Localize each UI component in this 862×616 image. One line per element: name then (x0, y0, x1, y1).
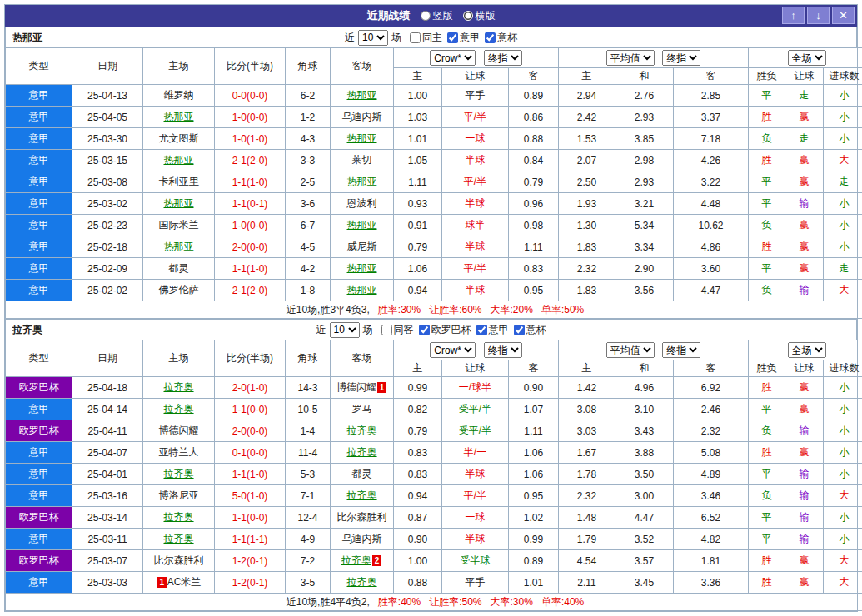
focus-team-link[interactable]: 热那亚 (347, 132, 377, 144)
focus-team-link[interactable]: 热那亚 (164, 197, 194, 209)
focus-team-link[interactable]: 拉齐奥 (164, 381, 194, 393)
corner-count: 4-9 (286, 529, 331, 550)
asian-handicap: 受平/半 (442, 420, 509, 442)
summary-prefix: 近10场,胜3平4负3, (287, 304, 370, 315)
asian-home-odds: 0.87 (394, 507, 442, 529)
filter-checkbox[interactable] (381, 325, 392, 335)
window-title: 近期战绩 (367, 8, 411, 23)
match-score: 1-2(0-1) (215, 572, 286, 594)
match-type: 欧罗巴杯 (6, 507, 72, 529)
match-date: 25-04-07 (72, 442, 143, 464)
away-team-cell: 拉齐奥 (331, 572, 394, 594)
corner-count: 6-2 (286, 85, 331, 107)
result-handicap: 赢 (785, 107, 824, 128)
focus-team-link[interactable]: 热那亚 (164, 154, 194, 166)
result-goals: 大 (824, 280, 862, 301)
match-date: 25-03-07 (72, 550, 143, 572)
match-score: 1-1(1-0) (215, 464, 286, 485)
subcol-asian-handicap: 让球 (442, 360, 509, 377)
focus-team-link[interactable]: 拉齐奥 (347, 576, 377, 588)
asian-source-select[interactable]: Crow* (430, 342, 476, 358)
move-down-button[interactable]: ↓ (807, 7, 830, 24)
corner-count: 3-3 (286, 150, 331, 171)
euro-home-odds: 2.50 (559, 171, 615, 193)
scope-select[interactable]: 全场 (788, 342, 826, 358)
corner-count: 3-6 (286, 193, 331, 215)
match-score: 0-1(0-0) (215, 442, 286, 464)
move-up-button[interactable]: ↑ (782, 7, 805, 24)
asian-away-odds: 0.99 (509, 529, 559, 550)
corner-count: 2-5 (286, 171, 331, 193)
filter-checkbox[interactable] (410, 32, 421, 43)
match-score: 1-0(1-0) (215, 128, 286, 150)
match-count-select[interactable]: 10 (358, 30, 388, 46)
euro-time-select[interactable]: 终指 (662, 50, 700, 66)
col-header-home: 主场 (143, 340, 215, 377)
filter-option-3[interactable]: 意杯 (485, 31, 517, 45)
away-team-cell: 乌迪内斯 (331, 107, 394, 128)
euro-source-select[interactable]: 平均值 (606, 342, 655, 358)
filter-option-3[interactable]: 意甲 (476, 323, 509, 337)
scope-select[interactable]: 全场 (788, 50, 826, 66)
focus-team-link[interactable]: 热那亚 (164, 241, 194, 252)
focus-team-link[interactable]: 热那亚 (347, 284, 377, 296)
focus-team-link[interactable]: 拉齐奥 (164, 511, 194, 523)
corner-count: 14-3 (286, 377, 331, 399)
filter-option-1[interactable]: 同主 (410, 31, 442, 45)
asian-time-select[interactable]: 终指 (484, 50, 522, 66)
match-row: 意甲25-04-14拉齐奥1-1(0-0)10-5罗马0.82受平/半1.073… (6, 399, 862, 420)
euro-source-select[interactable]: 平均值 (606, 50, 655, 66)
asian-source-select[interactable]: Crow* (430, 50, 476, 66)
euro-away-odds: 4.82 (674, 529, 749, 550)
focus-team-link[interactable]: 拉齐奥 (341, 554, 371, 566)
result-handicap: 输 (785, 193, 824, 215)
result-outcome: 平 (749, 85, 785, 107)
focus-team-link[interactable]: 拉齐奥 (164, 468, 194, 479)
focus-team-link[interactable]: 热那亚 (347, 219, 377, 231)
focus-team-link[interactable]: 拉齐奥 (347, 489, 377, 501)
team-name: 博德闪耀 (159, 425, 199, 436)
asian-home-odds: 0.99 (394, 377, 442, 399)
corner-count: 3-5 (286, 572, 331, 594)
match-count-select[interactable]: 10 (330, 322, 360, 338)
layout-option-vertical[interactable]: 竖版 (421, 9, 453, 23)
filter-option-2[interactable]: 意甲 (447, 31, 480, 45)
match-score: 1-1(1-1) (215, 529, 286, 550)
asian-away-odds: 0.98 (509, 215, 559, 236)
focus-team-link[interactable]: 拉齐奥 (164, 533, 194, 544)
focus-team-link[interactable]: 热那亚 (347, 176, 377, 187)
focus-team-link[interactable]: 热那亚 (164, 111, 194, 122)
filter-checkbox[interactable] (447, 32, 458, 43)
corner-count: 4-3 (286, 128, 331, 150)
result-outcome: 平 (749, 464, 785, 485)
close-button[interactable]: ✕ (832, 7, 855, 24)
result-goals: 小 (824, 107, 862, 128)
filter-option-4[interactable]: 意杯 (514, 323, 546, 337)
filter-checkbox[interactable] (476, 325, 487, 335)
result-handicap: 赢 (785, 399, 824, 420)
focus-team-link[interactable]: 拉齐奥 (347, 425, 377, 436)
filter-option-1[interactable]: 同客 (381, 323, 414, 337)
filter-option-2[interactable]: 欧罗巴杯 (419, 323, 471, 337)
focus-team-link[interactable]: 热那亚 (347, 89, 377, 101)
filter-group: 同主意甲意杯 (405, 31, 517, 45)
col-header-corner: 角球 (286, 340, 331, 377)
filter-checkbox[interactable] (514, 325, 525, 335)
filter-label: 欧罗巴杯 (431, 323, 471, 337)
euro-draw-odds: 3.43 (615, 420, 674, 442)
horizontal-layout-radio[interactable] (463, 11, 473, 21)
filter-checkbox[interactable] (485, 32, 496, 43)
vertical-layout-radio[interactable] (421, 11, 431, 21)
summary-stat: 让胜率:60% (429, 304, 481, 315)
euro-draw-odds: 3.10 (615, 399, 674, 420)
filter-checkbox[interactable] (419, 325, 430, 335)
euro-time-select[interactable]: 终指 (662, 342, 700, 358)
focus-team-link[interactable]: 拉齐奥 (347, 446, 377, 458)
asian-time-select[interactable]: 终指 (484, 342, 522, 358)
match-table-body: 意甲25-04-13维罗纳0-0(0-0)6-2热那亚1.00平手0.892.9… (6, 85, 862, 301)
match-score: 2-0(0-0) (215, 236, 286, 258)
euro-draw-odds: 4.47 (615, 507, 674, 529)
focus-team-link[interactable]: 热那亚 (347, 262, 377, 274)
layout-option-horizontal[interactable]: 横版 (463, 9, 496, 23)
focus-team-link[interactable]: 拉齐奥 (164, 403, 194, 415)
